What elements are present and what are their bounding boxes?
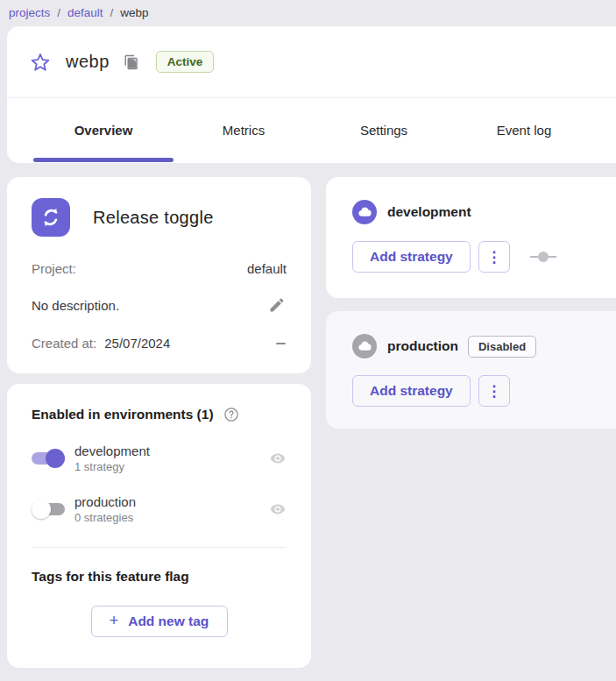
environment-row-development: development 1 strategy [32,443,287,473]
environments-heading: Enabled in environments (1) [32,407,214,422]
feature-flag-page: projects / default / webp webp Active [0,0,616,681]
tab-metrics-label: Metrics [223,123,265,138]
plus-icon: + [110,612,119,630]
development-toggle[interactable] [32,448,65,469]
strategy-node-icon [530,252,556,262]
environment-row-production: production 0 strategies [32,494,287,524]
environment-card-name: development [387,204,471,220]
eye-icon[interactable] [269,500,287,518]
cloud-icon [352,200,377,224]
production-toggle[interactable] [32,499,65,520]
environment-card-development: development Add strategy ⋮ [326,177,616,298]
breadcrumb-separator: / [57,6,60,19]
tab-event-log[interactable]: Event log [454,98,594,162]
breadcrumb-separator: / [110,6,114,19]
tab-settings[interactable]: Settings [314,98,454,162]
project-label: Project: [32,261,76,276]
environment-card-production: production Disabled Add strategy ⋮ [326,311,616,429]
feature-header-card: webp Active Overview Metrics Settings [7,26,616,163]
add-strategy-button[interactable]: Add strategy [352,241,471,273]
environment-name: development [74,443,150,458]
strategy-count: 0 strategies [74,511,136,524]
created-at-label: Created at: [32,336,96,351]
environment-card-name: production [387,338,458,354]
disabled-badge: Disabled [468,336,536,358]
environments-section: Enabled in environments (1) development … [7,384,311,548]
add-new-tag-label: Add new tag [128,614,209,629]
question-circle-icon[interactable] [223,407,239,422]
kebab-menu-icon[interactable]: ⋮ [478,241,510,273]
tab-metrics[interactable]: Metrics [173,98,314,162]
pencil-icon[interactable] [267,295,287,315]
tags-heading: Tags for this feature flag [32,569,287,585]
kebab-menu-icon[interactable]: ⋮ [478,375,510,407]
description-row: No description. [32,295,287,315]
feature-type-row: Release toggle [32,198,287,237]
tab-overview[interactable]: Overview [33,98,173,162]
status-badge: Active [156,51,215,73]
strategy-count: 1 strategy [74,460,150,473]
breadcrumb: projects / default / webp [0,0,616,25]
breadcrumb-current: webp [120,6,148,19]
favorite-star-icon[interactable] [30,52,51,73]
tab-bar: Overview Metrics Settings Event log [7,98,616,162]
sync-icon [32,198,70,237]
tab-settings-label: Settings [360,123,407,138]
breadcrumb-projects[interactable]: projects [9,6,50,19]
feature-type-label: Release toggle [93,208,214,228]
add-new-tag-button[interactable]: + Add new tag [91,606,228,637]
title-row: webp Active [7,26,616,98]
created-at-value: 25/07/2024 [104,336,170,351]
tab-event-log-label: Event log [497,123,552,138]
project-value: default [247,261,287,276]
tab-overview-label: Overview [74,123,133,138]
breadcrumb-default[interactable]: default [67,6,103,19]
environments-tags-card: Enabled in environments (1) development … [7,384,311,668]
project-row: Project: default [32,261,287,276]
add-strategy-button[interactable]: Add strategy [352,375,471,407]
cloud-icon [352,334,377,358]
description-text: No description. [32,298,119,313]
page-title: webp [66,52,110,72]
minus-icon[interactable] [274,337,287,351]
created-at-row: Created at: 25/07/2024 [32,336,287,351]
active-tab-underline [33,158,173,162]
environment-name: production [74,494,136,509]
copy-icon[interactable] [123,53,140,71]
feature-meta-card: Release toggle Project: default No descr… [7,177,311,373]
tags-section: Tags for this feature flag + Add new tag [7,548,311,658]
eye-icon[interactable] [269,450,287,467]
